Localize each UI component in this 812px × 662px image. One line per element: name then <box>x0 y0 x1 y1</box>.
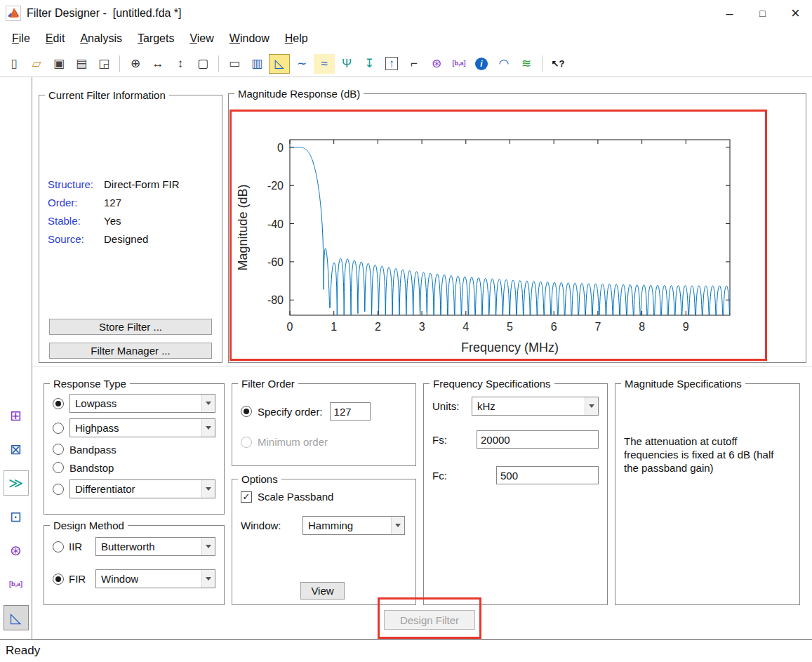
menu-help[interactable]: Help <box>277 29 316 48</box>
design-filter-button[interactable]: Design Filter <box>384 610 475 630</box>
fc-input[interactable] <box>496 466 599 484</box>
menu-edit[interactable]: Edit <box>38 29 73 48</box>
radio-bandpass[interactable] <box>53 444 64 455</box>
y-tick-label: -80 <box>267 294 284 306</box>
filter-info-value: Yes <box>104 215 121 227</box>
fs-label: Fs: <box>432 434 467 446</box>
phase-response-icon[interactable]: ∼ <box>291 54 312 74</box>
store-filter-button[interactable]: Store Filter ... <box>49 319 212 335</box>
zoom-in-icon[interactable]: ⊕ <box>125 54 146 74</box>
menu-file[interactable]: File <box>4 29 38 48</box>
status-text: Ready <box>6 644 40 658</box>
menu-window[interactable]: Window <box>222 29 277 48</box>
y-axis-label: Magnitude (dB) <box>236 184 250 270</box>
x-tick-label: 3 <box>419 321 425 333</box>
print-icon[interactable]: ▤ <box>71 54 92 74</box>
step-response-icon[interactable]: ⌐ <box>404 54 425 74</box>
magnitude-phase-response-icon[interactable]: ≈ <box>314 54 335 74</box>
menu-bar: FileEditAnalysisTargetsViewWindowHelp <box>0 27 812 51</box>
radio-specify-order[interactable] <box>241 406 252 417</box>
menu-analysis[interactable]: Analysis <box>72 29 130 48</box>
transform-filter-icon[interactable]: ⊠ <box>4 437 29 462</box>
noise-power-spectrum-icon[interactable]: ≋ <box>516 54 537 74</box>
realize-model-icon[interactable]: ⊡ <box>4 504 29 529</box>
filter-info-label: Structure: <box>48 178 104 190</box>
radio-minimum-order[interactable] <box>241 437 252 448</box>
design-filter-icon[interactable]: ◺ <box>4 605 29 630</box>
radio-iir[interactable] <box>53 541 64 552</box>
filter-specifications-icon[interactable]: ▭ <box>224 54 245 74</box>
design-method-panel: Design Method IIR Butterworth FIR Window <box>44 525 225 605</box>
minimize-button[interactable]: – <box>713 0 746 27</box>
filter-info-label: Order: <box>48 197 104 208</box>
zoom-y-icon[interactable]: ↕ <box>170 54 191 74</box>
radio-lowpass[interactable] <box>53 398 64 409</box>
filter-info-label: Source: <box>48 233 104 245</box>
iir-method-combo[interactable]: Butterworth <box>95 537 215 556</box>
pole-zero-editor-icon[interactable]: ⊛ <box>4 538 29 563</box>
title-bar: Filter Designer - [untitled.fda *] – □ × <box>0 0 812 27</box>
filter-information-icon[interactable]: i <box>471 54 492 74</box>
specification-mask-icon[interactable]: ▥ <box>246 54 267 74</box>
menu-view[interactable]: View <box>182 29 221 48</box>
filter-info-row: Order:127 <box>48 197 216 208</box>
filter-info-value: Direct-Form FIR <box>104 178 180 190</box>
differentiator-combo[interactable]: Differentiator <box>69 479 215 498</box>
toolbar-separator <box>542 55 543 72</box>
full-view-icon[interactable]: ▢ <box>192 54 213 74</box>
set-quantization-parameters-icon[interactable]: ⊞ <box>4 403 29 428</box>
lowpass-combo[interactable]: Lowpass <box>69 394 215 413</box>
scale-passband-checkbox[interactable] <box>241 491 252 503</box>
window-controls: – □ × <box>713 0 812 27</box>
options-panel: Options Scale Passband Window: Hamming V… <box>232 479 416 605</box>
toolbar: ▯▱▣▤◲⊕↔↕▢▭▥◺∼≈Ψ↧↑⌐⊛[b,a]i◠≋↖? <box>0 51 812 77</box>
view-button[interactable]: View <box>300 582 345 600</box>
radio-bandstop[interactable] <box>53 462 64 473</box>
pole-zero-plot-icon[interactable]: ⊛ <box>426 54 447 74</box>
response-type-option: Differentiator <box>53 479 215 498</box>
whats-this-help-icon[interactable]: ↖? <box>547 54 568 74</box>
filter-manager-button[interactable]: Filter Manager ... <box>49 343 212 359</box>
chevron-down-icon <box>201 570 215 588</box>
phase-delay-icon[interactable]: ↧ <box>359 54 380 74</box>
multirate-filter-icon[interactable]: ≫ <box>4 470 29 496</box>
chevron-down-icon <box>201 538 215 555</box>
zoom-x-icon[interactable]: ↔ <box>147 54 168 74</box>
y-tick-label: 0 <box>277 142 284 154</box>
fir-method-combo[interactable]: Window <box>95 569 215 588</box>
window-combo[interactable]: Hamming <box>302 516 405 535</box>
maximize-button[interactable]: □ <box>746 0 779 27</box>
close-button[interactable]: × <box>779 0 812 27</box>
open-session-icon[interactable]: ▱ <box>26 54 47 74</box>
window-value: Hamming <box>308 519 353 531</box>
radio-differentiator[interactable] <box>53 484 64 495</box>
save-session-icon[interactable]: ▣ <box>48 54 69 74</box>
magnitude-response-icon[interactable]: ◺ <box>269 54 290 74</box>
menu-targets[interactable]: Targets <box>130 29 182 48</box>
magnitude-response-estimate-icon[interactable]: ◠ <box>493 54 514 74</box>
x-tick-label: 8 <box>639 321 645 333</box>
fs-input[interactable] <box>477 430 599 449</box>
fc-label: Fc: <box>432 470 467 482</box>
x-tick-label: 1 <box>331 321 337 333</box>
radio-fir[interactable] <box>53 574 64 585</box>
response-type-option: Lowpass <box>53 394 215 413</box>
impulse-response-icon[interactable]: ↑ <box>381 54 402 74</box>
x-tick-label: 2 <box>375 321 381 333</box>
radio-highpass[interactable] <box>53 423 64 434</box>
iir-label: IIR <box>69 541 90 552</box>
magnitude-specs-panel: Magnitude Specifications The attenuation… <box>615 383 800 605</box>
group-delay-icon[interactable]: Ψ <box>336 54 357 74</box>
filter-info-value: Designed <box>104 233 148 245</box>
specify-order-input[interactable] <box>330 402 371 421</box>
import-filter-icon[interactable]: [b,a] <box>4 571 29 597</box>
print-preview-icon[interactable]: ◲ <box>93 54 114 74</box>
new-session-icon[interactable]: ▯ <box>4 54 25 74</box>
filter-info-row: Stable:Yes <box>48 215 216 227</box>
units-combo[interactable]: kHz <box>472 397 599 416</box>
filter-coefficients-icon[interactable]: [b,a] <box>448 54 470 74</box>
highpass-combo[interactable]: Highpass <box>69 418 215 437</box>
window-title: Filter Designer - [untitled.fda *] <box>27 7 182 20</box>
filter-info-value: 127 <box>104 197 121 208</box>
highpass-value: Highpass <box>75 422 119 434</box>
